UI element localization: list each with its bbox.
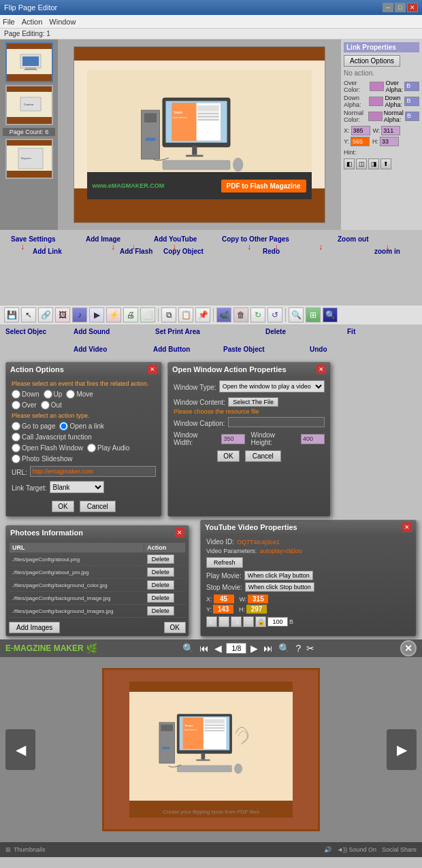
set-print-area-button[interactable]: 🖨 [123,307,138,322]
add-link-button[interactable]: 🔗 [38,307,53,322]
menu-action[interactable]: Action [22,18,43,26]
photos-ok-button[interactable]: OK [164,622,186,633]
maximize-button[interactable]: □ [395,3,406,12]
radio-out[interactable] [41,401,50,410]
last-page-btn[interactable]: ⏭ [262,643,274,654]
minimize-button[interactable]: – [383,3,393,12]
action-options-button[interactable]: Action Options [344,55,400,67]
paste-object-button[interactable]: 📌 [195,307,210,322]
page-thumb-3[interactable]: Magazine [5,139,53,179]
openwin-cancel-button[interactable]: Cancel [245,450,281,462]
select-file-button[interactable]: Select The File [228,397,278,407]
y-input[interactable]: 565 [351,137,370,146]
yt-lock[interactable]: 🔒 [255,616,266,627]
undo-button[interactable]: ↺ [267,307,282,322]
add-flash-button[interactable]: ⚡ [106,307,121,322]
prev-page-btn[interactable]: ◀ [213,643,223,654]
delete-photo-3[interactable]: Delete [147,593,174,603]
align-right-icon[interactable]: ◨ [368,158,379,169]
delete-photo-2[interactable]: Delete [147,580,174,590]
yt-percent-input[interactable] [267,617,288,627]
radio-move[interactable] [66,390,75,399]
add-button-button[interactable]: ⬜ [140,307,155,322]
radio-gotopage[interactable] [12,422,20,431]
align-left-icon[interactable]: ◧ [344,158,355,169]
h-input[interactable]: 33 [380,137,399,146]
radio-openflash[interactable] [12,444,20,452]
normal-color-value[interactable] [368,112,383,121]
zoom-fit-button[interactable]: ⊞ [306,307,321,322]
menu-file[interactable]: File [3,18,15,26]
yt-align4[interactable]: ⊞ [243,616,254,627]
stop-movie-button[interactable]: When click Stop button [245,582,314,592]
radio-photoshow[interactable] [12,454,20,463]
menu-window[interactable]: Window [49,18,76,26]
next-page-btn[interactable]: ▶ [249,643,259,654]
delete-photo-1[interactable]: Delete [147,567,174,577]
yt-align3[interactable]: ◨ [231,616,242,627]
add-sound-button[interactable]: ♪ [72,307,87,322]
window-type-select[interactable]: Open the window to play a video [219,380,325,393]
radio-down[interactable] [12,390,20,399]
radio-up[interactable] [44,390,52,399]
refresh-button[interactable]: Refresh [206,557,243,568]
yt-align2[interactable]: ◫ [218,616,229,627]
add-youtube-button[interactable]: ▶ [89,307,104,322]
first-page-btn[interactable]: ⏮ [198,643,210,654]
canvas-inner[interactable]: Smart Improvement [74,46,325,223]
add-video-button[interactable]: 📹 [216,307,231,322]
radio-calljs[interactable] [12,433,20,441]
yt-align1[interactable]: ◧ [206,616,217,627]
link-target-select[interactable]: Blank Self [50,481,104,493]
action-ok-button[interactable]: OK [52,501,74,512]
select-object-button[interactable]: ↖ [21,307,36,322]
align-center-icon[interactable]: ◫ [356,158,367,169]
over-color-value[interactable] [370,82,385,91]
prev-page-nav[interactable]: ◀ [5,729,35,770]
window-width-input[interactable] [221,434,245,444]
x-input[interactable]: 385 [351,126,370,135]
next-page-nav[interactable]: ▶ [387,729,417,770]
youtube-close[interactable]: ✕ [402,522,412,532]
zoom-out-button[interactable]: 🔍 [289,307,304,322]
copy-to-pages-button[interactable]: ⧉ [161,307,176,322]
add-image-button[interactable]: 🖼 [55,307,70,322]
zoom-out-preview[interactable]: 🔍 [277,643,291,654]
play-movie-button[interactable]: When click Play button [244,571,313,580]
down-color-value[interactable] [369,97,384,106]
close-button[interactable]: ✕ [407,3,418,12]
w-input[interactable]: 311 [381,126,400,135]
url-input[interactable] [30,466,156,477]
radio-openlink[interactable] [59,422,68,431]
radio-over[interactable] [12,401,20,410]
delete-button[interactable]: 🗑 [233,307,248,322]
page-thumb-2[interactable]: Content [5,85,53,125]
openwin-close[interactable]: ✕ [316,365,326,374]
copy-object-button[interactable]: 📋 [178,307,193,322]
page-number-input[interactable] [226,643,246,654]
photos-close[interactable]: ✕ [175,528,184,537]
zoom-in-button[interactable]: 🔍 [323,307,338,322]
action-cancel-button[interactable]: Cancel [80,501,116,512]
add-images-button[interactable]: Add Images [9,622,60,633]
action-dialog-close[interactable]: ✕ [148,365,157,374]
normal-alpha-value[interactable]: B [405,112,419,121]
crop-btn[interactable]: ✂ [305,643,316,654]
delete-photo-4[interactable]: Delete [147,606,174,616]
openwin-ok-button[interactable]: OK [217,450,239,462]
zoom-in-preview[interactable]: 🔍 [181,643,195,654]
page-thumb-1[interactable] [5,42,53,82]
title-bar: Flip Page Editor – □ ✕ [0,0,422,15]
save-settings-button[interactable]: 💾 [4,307,19,322]
delete-photo-0[interactable]: Delete [147,554,174,564]
preview-close-button[interactable]: ✕ [400,640,417,656]
window-caption-input[interactable] [228,417,325,427]
align-top-icon[interactable]: ⬆ [380,158,391,169]
down-alpha-value[interactable]: B [404,97,419,106]
over-alpha-value[interactable]: B [404,82,419,91]
help-btn[interactable]: ? [294,643,302,654]
radio-playaudio[interactable] [87,444,96,452]
window-height-input[interactable] [301,434,325,444]
redo-button[interactable]: ↻ [250,307,265,322]
photos-title: Photoes Information [10,529,83,537]
